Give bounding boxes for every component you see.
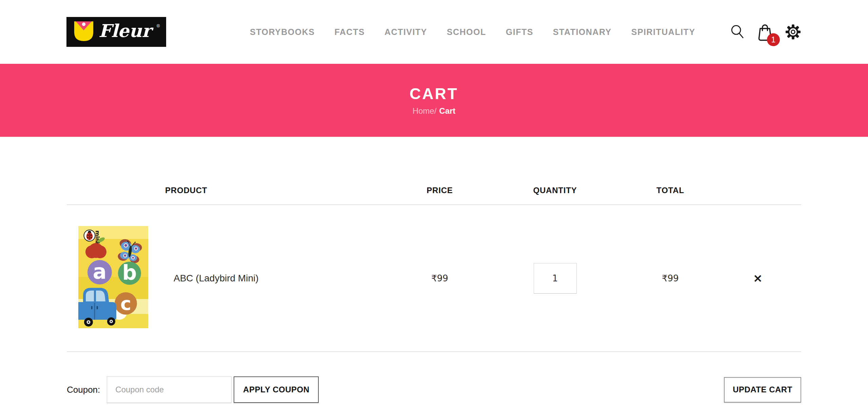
nav-item-school[interactable]: SCHOOL [447,27,486,37]
product-name-link[interactable]: ABC (Ladybird Mini) [174,273,259,284]
main-nav: STORYBOOKS FACTS ACTIVITY SCHOOL GIFTS S… [250,27,695,37]
brand-name: Fleur [99,22,151,42]
coupon-label: Coupon: [67,385,100,395]
item-price: ₹99 [372,273,508,283]
update-cart-button[interactable]: UPDATE CART [724,377,801,403]
quantity-cell [508,263,603,294]
remove-item-button[interactable]: × [751,272,765,284]
product-cell: mini [67,226,372,331]
remove-cell: × [738,272,801,284]
brand-logo[interactable]: Fleur ® [66,17,166,47]
header-total: TOTAL [603,186,738,195]
nav-item-spirituality[interactable]: SPIRITUALITY [631,27,695,37]
cart-table-header: PRODUCT PRICE QUANTITY TOTAL [67,176,801,205]
header-product: PRODUCT [67,186,372,195]
nav-item-activity[interactable]: ACTIVITY [384,27,427,37]
cover-letter-c: c [120,293,131,314]
registered-mark: ® [157,23,160,29]
page-banner: CART Home/Cart [0,64,868,137]
cover-letter-b: b [122,261,137,284]
page-title: CART [410,86,458,101]
cart-count-badge: 1 [767,33,780,46]
breadcrumb: Home/Cart [413,107,456,115]
apply-coupon-button[interactable]: APPLY COUPON [234,376,319,403]
settings-gear-icon[interactable] [785,24,801,40]
header-icons: 1 [730,23,801,41]
site-header: Fleur ® STORYBOOKS FACTS ACTIVITY SCHOOL… [0,0,868,64]
nav-item-storybooks[interactable]: STORYBOOKS [250,27,315,37]
cart-actions-bar: Coupon: APPLY COUPON UPDATE CART [67,376,801,403]
nav-item-stationary[interactable]: STATIONARY [553,27,612,37]
cover-letter-a: a [93,260,107,283]
item-total: ₹99 [603,273,738,283]
header-price: PRICE [372,186,508,195]
coupon-code-input[interactable] [107,376,232,403]
cart-content: PRODUCT PRICE QUANTITY TOTAL [0,176,868,403]
cart-bag-icon[interactable]: 1 [757,23,773,41]
cart-item-row: mini [67,205,801,352]
breadcrumb-separator: / [434,106,437,115]
quantity-input[interactable] [534,263,577,294]
search-icon[interactable] [730,23,745,40]
header-quantity: QUANTITY [508,186,603,195]
nav-item-facts[interactable]: FACTS [334,27,364,37]
breadcrumb-current: Cart [439,106,455,115]
product-image[interactable]: mini [78,226,148,331]
tulip-logo-icon [74,21,94,43]
nav-item-gifts[interactable]: GIFTS [506,27,533,37]
breadcrumb-home-link[interactable]: Home [413,106,434,115]
